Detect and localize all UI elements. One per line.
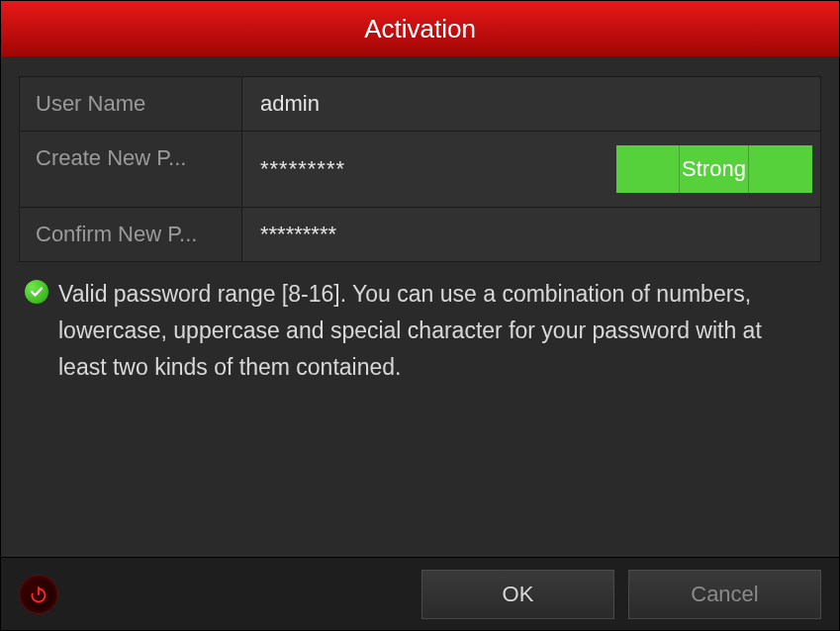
titlebar: Activation — [1, 1, 839, 56]
strength-seg-3 — [749, 145, 812, 193]
form-content: User Name admin Create New P... ********… — [1, 56, 839, 385]
ok-button[interactable]: OK — [421, 570, 614, 619]
input-password[interactable]: ********* Strong — [242, 132, 820, 207]
footer: OK Cancel — [1, 557, 839, 630]
input-username[interactable]: admin — [242, 77, 820, 131]
hint-text: Valid password range [8-16]. You can use… — [58, 276, 811, 385]
strength-label: Strong — [680, 145, 749, 193]
label-password: Create New P... — [20, 132, 242, 207]
row-confirm: Confirm New P... ********* — [20, 208, 820, 261]
label-username: User Name — [20, 77, 242, 131]
label-confirm: Confirm New P... — [20, 208, 242, 261]
row-username: User Name admin — [20, 77, 820, 132]
hint-section: Valid password range [8-16]. You can use… — [19, 262, 821, 385]
input-confirm[interactable]: ********* — [242, 208, 820, 261]
password-value: ********* — [260, 156, 616, 182]
activation-dialog: Activation User Name admin Create New P.… — [0, 0, 840, 631]
power-button[interactable] — [19, 575, 58, 614]
row-password: Create New P... ********* Strong — [20, 132, 820, 208]
dialog-title: Activation — [364, 14, 476, 45]
check-icon — [25, 280, 48, 304]
password-strength-meter: Strong — [616, 145, 812, 193]
strength-seg-1 — [616, 145, 680, 193]
power-icon — [29, 585, 48, 604]
cancel-button[interactable]: Cancel — [628, 570, 821, 619]
form-table: User Name admin Create New P... ********… — [19, 76, 821, 262]
